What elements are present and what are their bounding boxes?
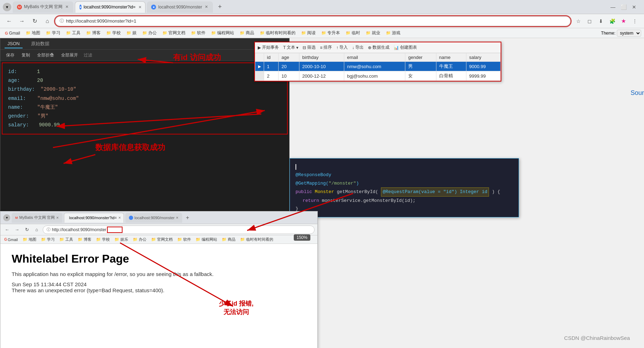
code-editor-body: @ResponseBody @GetMapping("/monster") pu…: [290, 158, 519, 217]
bookmark-school[interactable]: 📁 学校: [104, 29, 123, 37]
bookmark-upgrade[interactable]: 📁 专升本: [319, 29, 342, 37]
json-row-age: age: 20: [8, 76, 281, 85]
lower-reload-button[interactable]: ↻: [23, 226, 31, 234]
bookmark-temp[interactable]: 📁 临时有时间看的: [258, 29, 298, 37]
db-filter-btn[interactable]: ⊟ 筛选: [303, 44, 316, 50]
download-button[interactable]: ⬇: [596, 16, 606, 26]
tab-monster-id[interactable]: ● localhost:9090/monster?id= ✕: [75, 1, 145, 13]
copy-button[interactable]: 复制: [20, 52, 31, 59]
bookmark-entertainment[interactable]: 📁 娱: [124, 29, 139, 37]
lower-address-bar[interactable]: ⓘ http://localhost:9090/monster: [43, 226, 315, 234]
tab-close-3[interactable]: ✕: [204, 4, 209, 10]
folder-icon-17: 📁: [386, 31, 391, 35]
collapse-all-button[interactable]: 全部折叠: [36, 52, 55, 59]
table-row-1[interactable]: ▶ 1 20 2000-10-10 nmw@sohu.com 男 牛魔王 900…: [255, 62, 501, 71]
bookmark-games[interactable]: 📁 游戏: [384, 29, 402, 37]
lower-bookmark-coding[interactable]: 📁 编程网站: [194, 236, 219, 242]
json-tab-raw[interactable]: 原始数据: [28, 39, 52, 49]
lower-back-button[interactable]: ←: [3, 226, 11, 234]
lower-bookmark-tools[interactable]: 📁 工具: [58, 236, 75, 242]
address-bar[interactable]: ⓘ http://localhost:9090/monster?id=1: [55, 16, 571, 26]
tab-close-2[interactable]: ✕: [138, 4, 142, 10]
new-tab-button[interactable]: +: [216, 3, 224, 11]
bookmark-gmail[interactable]: G Gmail: [3, 30, 22, 36]
tab-mybatis[interactable]: M MyBatis 中文网 官网 ✕: [13, 1, 73, 13]
save-button[interactable]: 保存: [5, 52, 16, 59]
db-chart-btn[interactable]: 📊 创建图表: [394, 44, 417, 50]
tab-favicon-2: ●: [79, 5, 81, 10]
lower-tab-list-button[interactable]: ▾: [3, 214, 10, 221]
reload-button[interactable]: ↻: [30, 16, 40, 26]
bookmark-docs[interactable]: 📁 官网文档: [160, 29, 187, 37]
back-button[interactable]: ←: [4, 16, 14, 26]
lower-bookmark-shop[interactable]: 📁 商品: [220, 236, 237, 242]
filter-label: 筛选: [307, 44, 316, 50]
home-button[interactable]: ⌂: [42, 16, 52, 26]
bookmark-blog[interactable]: 📁 博客: [84, 29, 103, 37]
forward-button[interactable]: →: [17, 16, 27, 26]
lower-bookmark-office[interactable]: 📁 办公: [131, 236, 148, 242]
bookmark-star-button[interactable]: ☆: [573, 16, 583, 26]
code-method-name: getMonsterById(: [337, 189, 378, 194]
text-label: 文本: [287, 44, 295, 50]
expand-all-button[interactable]: 全部展开: [60, 52, 79, 59]
lower-new-tab-button[interactable]: +: [184, 215, 191, 221]
bookmark-school-label: 学校: [112, 30, 121, 36]
tab-close-1[interactable]: ✕: [65, 4, 69, 10]
bookmark-office[interactable]: 📁 办公: [140, 29, 159, 37]
lower-tab-monster[interactable]: localhost:9090/monster ✕: [125, 213, 183, 223]
tab-monster[interactable]: ● localhost:9090/monster ✕: [147, 1, 213, 13]
lower-bookmark-blog[interactable]: 📁 博客: [76, 236, 93, 242]
bookmark-software[interactable]: 📁 软件: [189, 29, 208, 37]
lower-tab-close-1[interactable]: ✕: [56, 216, 59, 220]
lower-tab-close-3[interactable]: ✕: [176, 216, 179, 220]
cell-gender-1: 男: [405, 62, 436, 71]
lower-tab-monster-id[interactable]: localhost:9090/monster?id= ✕: [64, 213, 124, 223]
lower-home-button[interactable]: ⌂: [33, 226, 41, 234]
bookmark-shop[interactable]: 📁 商品: [238, 29, 256, 37]
json-row-salary: salary: 9000.99: [8, 121, 281, 130]
json-key-salary: salary:: [8, 122, 29, 128]
theme-select[interactable]: system: [617, 30, 641, 37]
lower-bookmark-map[interactable]: 📁 地图: [21, 236, 38, 242]
lower-tab-mybatis[interactable]: M MyBatis 中文网 官网 ✕: [12, 213, 62, 223]
lower-bookmark-study[interactable]: 📁 学习: [39, 236, 56, 242]
minimize-button[interactable]: —: [609, 3, 617, 11]
restore-button[interactable]: ⬜: [619, 3, 628, 11]
table-row-2[interactable]: 2 10 2000-12-12 bgj@sohu.com 女 白骨精 9999.…: [255, 71, 501, 81]
bookmark-coding[interactable]: 📁 编程网站: [209, 29, 236, 37]
menu-button[interactable]: ⋮: [630, 16, 640, 26]
cell-id-2: 2: [264, 71, 279, 81]
cell-salary-1: 9000.99: [466, 62, 500, 71]
db-sort-btn[interactable]: ≡ 排序: [320, 44, 332, 50]
json-tab-json[interactable]: JSON: [5, 40, 23, 48]
extension-button[interactable]: 🧩: [607, 16, 617, 26]
bookmark-tmp2[interactable]: 📁 临时: [344, 29, 362, 37]
lower-bookmark-school[interactable]: 📁 学校: [94, 236, 112, 242]
bookmark-job[interactable]: 📁 就业: [364, 29, 382, 37]
profile-button[interactable]: ◻: [585, 16, 595, 26]
lower-bookmark-software[interactable]: 📁 软件: [175, 236, 193, 242]
bookmark-map-label: 地图: [32, 30, 40, 36]
db-start-transaction[interactable]: ▶ 开始事务: [258, 44, 279, 50]
lower-bookmarks-bar: G Gmail 📁 地图 📁 学习 📁 工具 📁 博客 📁 学校 📁 娱乐 📁 …: [0, 235, 317, 244]
browser-tab-bar: ▾ M MyBatis 中文网 官网 ✕ ● localhost:9090/mo…: [0, 0, 644, 14]
lower-tab-close-2[interactable]: ✕: [118, 216, 121, 220]
lower-forward-button[interactable]: →: [13, 226, 21, 234]
db-export-btn[interactable]: ↓ 导出: [352, 44, 364, 50]
lower-bookmark-docs[interactable]: 📁 官网文档: [149, 236, 174, 242]
chart-icon: 📊: [394, 45, 399, 50]
lower-bookmark-gmail[interactable]: G Gmail: [2, 237, 20, 242]
bookmark-tools[interactable]: 📁 工具: [64, 29, 83, 37]
db-text-btn[interactable]: T 文本 ▾: [283, 44, 298, 50]
bookmark-study[interactable]: 📁 学习: [44, 29, 62, 37]
db-datagen-btn[interactable]: ⊕ 数据生成: [368, 44, 389, 50]
bookmark-reading[interactable]: 📁 阅读: [299, 29, 318, 37]
db-import-btn[interactable]: ↑ 导入: [336, 44, 348, 50]
close-button[interactable]: ✕: [630, 3, 638, 11]
lower-bookmark-ent[interactable]: 📁 娱乐: [113, 236, 130, 242]
account-button[interactable]: ★: [619, 16, 628, 26]
bookmark-map[interactable]: 📁 地图: [24, 29, 42, 37]
tab-list-button[interactable]: ▾: [3, 3, 11, 11]
lower-bookmark-temp[interactable]: 📁 临时有时间看的: [238, 236, 275, 242]
